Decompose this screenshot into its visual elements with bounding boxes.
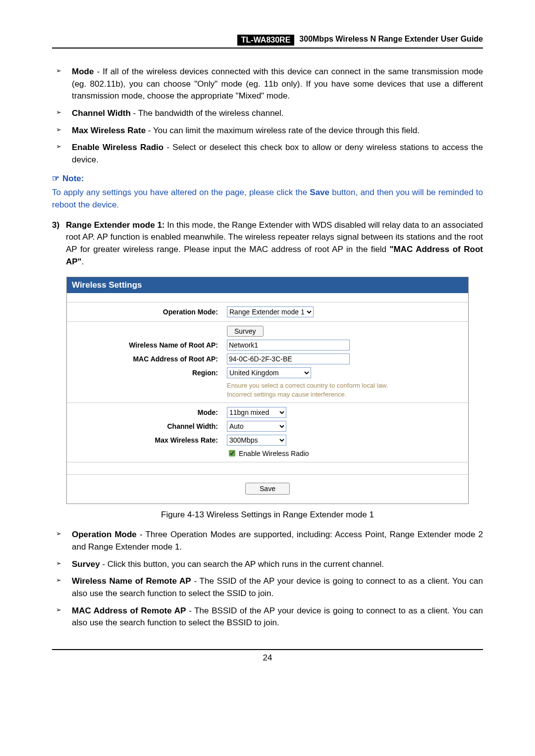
label-channel-width: Channel Width: — [67, 422, 227, 430]
model-badge: TL-WA830RE — [237, 35, 295, 46]
label-region: Region: — [67, 369, 227, 377]
note-body: To apply any settings you have altered o… — [52, 187, 483, 211]
region-select[interactable]: United Kingdom — [227, 367, 311, 378]
enable-radio-label: Enable Wireless Radio — [239, 450, 309, 457]
enable-radio-checkbox[interactable] — [229, 450, 235, 456]
bullet-enable-radio: Enable Wireless Radio - Select or desele… — [52, 142, 483, 166]
bottom-bullet-list: Operation Mode - Three Operation Modes a… — [52, 529, 483, 629]
bullet-mode: Mode - If all of the wireless devices co… — [52, 66, 483, 102]
bullet-operation-mode: Operation Mode - Three Operation Modes a… — [52, 529, 483, 553]
page-footer: 24 — [52, 649, 483, 663]
label-max-rate: Max Wireless Rate: — [67, 436, 227, 444]
bullet-survey: Survey - Click this button, you can sear… — [52, 558, 483, 571]
page-number: 24 — [263, 653, 272, 662]
bullet-wireless-name-remote: Wireless Name of Remote AP - The SSID of… — [52, 575, 483, 600]
wireless-name-root-input[interactable] — [227, 340, 350, 351]
bullet-channel-width: Channel Width - The bandwidth of the wir… — [52, 107, 483, 120]
operation-mode-select[interactable]: Range Extender mode 1 — [227, 306, 314, 317]
figure-caption: Figure 4-13 Wireless Settings in Range E… — [52, 510, 483, 520]
bullet-mac-remote: MAC Address of Remote AP - The BSSID of … — [52, 605, 483, 629]
mode-select[interactable]: 11bgn mixed — [227, 407, 286, 418]
label-mode: Mode: — [67, 408, 227, 416]
note-heading: ☞Note: — [52, 173, 483, 184]
label-wireless-name-root: Wireless Name of Root AP: — [67, 341, 227, 349]
region-hint-1: Ensure you select a correct country to c… — [227, 381, 468, 390]
label-mac-root: MAC Address of Root AP: — [67, 355, 227, 363]
label-operation-mode: Operation Mode: — [67, 308, 227, 316]
wireless-settings-panel: Wireless Settings Operation Mode: Range … — [66, 277, 469, 504]
top-bullet-list: Mode - If all of the wireless devices co… — [52, 66, 483, 166]
save-button[interactable]: Save — [245, 483, 290, 495]
enable-radio-row[interactable]: Enable Wireless Radio — [227, 449, 468, 458]
bullet-max-rate: Max Wireless Rate - You can limit the ma… — [52, 125, 483, 137]
region-hint-2: Incorrect settings may cause interferenc… — [227, 390, 468, 399]
panel-title: Wireless Settings — [67, 277, 468, 293]
mac-root-input[interactable] — [227, 353, 350, 364]
hand-icon: ☞ — [52, 174, 59, 183]
guide-title: 300Mbps Wireless N Range Extender User G… — [299, 35, 483, 46]
step-3: 3) Range Extender mode 1: In this mode, … — [52, 219, 483, 268]
survey-button[interactable]: Survey — [227, 326, 264, 337]
max-rate-select[interactable]: 300Mbps — [227, 435, 286, 446]
channel-width-select[interactable]: Auto — [227, 421, 286, 432]
header-bar: TL-WA830RE 300Mbps Wireless N Range Exte… — [52, 35, 483, 49]
